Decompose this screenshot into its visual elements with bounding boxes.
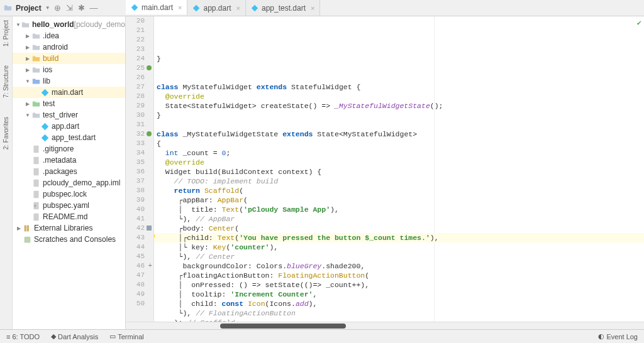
tree-arrow-icon[interactable]: ▼ — [24, 79, 31, 84]
tree-item-app-dart[interactable]: app.dart — [13, 121, 125, 132]
code-line[interactable]: // TODO: implement build — [154, 177, 644, 186]
line-number[interactable]: 42 — [126, 224, 153, 233]
tree-item-build[interactable]: ▶build — [13, 53, 125, 64]
target-icon[interactable]: ⊕ — [54, 3, 61, 13]
editor-tab-main-dart[interactable]: main.dart× — [126, 0, 187, 16]
gutter-color-swatch[interactable] — [146, 225, 152, 231]
scrollbar-thumb[interactable] — [220, 324, 346, 329]
tree-item-android[interactable]: ▶android — [13, 41, 125, 53]
close-icon[interactable]: × — [176, 4, 182, 11]
rail-structure[interactable]: 7: Structure — [3, 65, 9, 98]
code-line[interactable]: class MyStatefulWidget extends StatefulW… — [154, 82, 644, 92]
project-toolwindow-header[interactable]: Project ▼ ⊕ ⇲ ✱ — — [0, 0, 126, 16]
gutter[interactable]: 2021222324252627282930313233343536373839… — [126, 16, 154, 329]
tool-todo[interactable]: ≡ 6: TODO — [6, 333, 40, 340]
tool-event-log[interactable]: ◐ Event Log — [598, 332, 638, 340]
line-number[interactable]: 34 — [126, 148, 153, 158]
tree-item--idea[interactable]: ▶.idea — [13, 30, 125, 41]
line-number[interactable]: 21 — [126, 26, 153, 35]
editor-tab-app-dart[interactable]: app.dart× — [187, 0, 245, 16]
line-number[interactable]: 30 — [126, 111, 153, 120]
line-number[interactable]: 32 — [126, 129, 153, 139]
horizontal-scrollbar[interactable] — [126, 322, 644, 329]
code-line[interactable]: └), // Center — [154, 252, 644, 261]
code-area[interactable]: ✔ }class MyStatefulWidget extends Statef… — [154, 16, 644, 329]
tree-item-pubspec-lock[interactable]: pubspec.lock — [13, 188, 125, 200]
gutter-plus-icon[interactable]: + — [148, 261, 152, 271]
line-number[interactable]: 44 — [126, 242, 153, 252]
line-number[interactable]: 47 — [126, 271, 153, 280]
code-line[interactable] — [154, 120, 644, 129]
line-number[interactable]: 46+ — [126, 261, 153, 271]
tree-item--metadata[interactable]: .metadata — [13, 155, 125, 166]
tree-item--gitignore[interactable]: .gitignore — [13, 143, 125, 155]
line-number[interactable]: 28 — [126, 92, 153, 101]
code-line[interactable]: backgroundColor: Colors.blueGrey.shade20… — [154, 261, 644, 271]
editor[interactable]: 2021222324252627282930313233343536373839… — [126, 16, 644, 329]
tree-item-test[interactable]: ▶test — [13, 98, 125, 109]
tree-item-scratches-and-consoles[interactable]: Scratches and Consoles — [13, 234, 125, 245]
collapse-icon[interactable]: ⇲ — [66, 3, 73, 13]
close-icon[interactable]: × — [235, 4, 240, 12]
code-line[interactable]: ┌floatingActionButton: FloatingActionBut… — [154, 271, 644, 280]
line-number[interactable]: 31 — [126, 120, 153, 129]
code-line[interactable]: │ title: Text('pCloudy Sample App'), — [154, 205, 644, 214]
project-tree[interactable]: ▼hello_world [pcloudy_demo▶.idea▶android… — [13, 16, 126, 329]
code-line[interactable]: class _MyStatefulWidgetState extends Sta… — [154, 129, 644, 139]
tool-dart-analysis[interactable]: ◆ Dart Analysis — [51, 332, 98, 340]
tree-arrow-icon[interactable]: ▶ — [24, 56, 31, 62]
tree-arrow-icon[interactable]: ▶ — [24, 67, 31, 73]
code-line[interactable]: @override — [154, 158, 644, 167]
code-line[interactable]: return Scaffold( — [154, 186, 644, 195]
code-line[interactable]: ┌appBar: AppBar( — [154, 195, 644, 205]
hide-icon[interactable]: — — [90, 3, 98, 13]
tree-arrow-icon[interactable]: ▶ — [24, 33, 31, 39]
line-number[interactable]: 35 — [126, 158, 153, 167]
gear-icon[interactable]: ✱ — [78, 3, 85, 13]
tree-item-test-driver[interactable]: ▼test_driver — [13, 109, 125, 121]
code-line[interactable]: } — [154, 54, 644, 63]
code-line[interactable]: │ child: const Icon(Icons.add), — [154, 299, 644, 308]
line-number[interactable]: 27 — [126, 82, 153, 92]
line-number[interactable]: 23 — [126, 45, 153, 54]
code-line[interactable]: } — [154, 111, 644, 120]
line-number[interactable]: 25 — [126, 63, 153, 73]
code-line[interactable]: │ tooltip: 'Increment Counter', — [154, 290, 644, 299]
rail-project[interactable]: 1: Project — [3, 20, 9, 46]
code-line[interactable] — [154, 73, 644, 82]
tree-arrow-icon[interactable]: ▼ — [15, 22, 21, 28]
code-line[interactable]: │ onPressed: () => setState(()=> _count+… — [154, 280, 644, 290]
line-number[interactable]: 36 — [126, 167, 153, 177]
line-number[interactable]: 37 — [126, 177, 153, 186]
tool-terminal[interactable]: ▭ Terminal — [109, 332, 144, 340]
editor-tab-app_test-dart[interactable]: app_test.dart× — [246, 0, 321, 16]
tree-item-hello-world[interactable]: ▼hello_world [pcloudy_demo — [13, 19, 125, 30]
line-number[interactable]: 45 — [126, 252, 153, 261]
code-line[interactable]: └), // FloatingActionButton — [154, 308, 644, 318]
code-line[interactable]: { — [154, 139, 644, 148]
intention-bulb-icon[interactable]: 💡 — [154, 233, 157, 242]
close-icon[interactable]: × — [309, 4, 314, 12]
tree-item-main-dart[interactable]: main.dart — [13, 87, 125, 98]
gutter-override-icon[interactable] — [146, 131, 152, 137]
code-line[interactable]: │└ key: Key('counter'), — [154, 242, 644, 252]
line-number[interactable]: 29 — [126, 101, 153, 111]
tree-item-readme-md[interactable]: README.md — [13, 211, 125, 222]
tree-arrow-icon[interactable]: ▶ — [24, 45, 31, 50]
code-line[interactable]: State<StatefulWidget> createState() => _… — [154, 101, 644, 111]
rail-favorites[interactable]: 2: Favorites — [3, 117, 9, 150]
tree-arrow-icon[interactable]: ▶ — [24, 101, 31, 107]
tree-arrow-icon[interactable]: ▶ — [15, 226, 23, 231]
code-line[interactable]: int _count = 0; — [154, 148, 644, 158]
tree-item-pubspec-yaml[interactable]: Ypubspec.yaml — [13, 200, 125, 211]
line-number[interactable]: 50 — [126, 299, 153, 308]
line-number[interactable]: 38 — [126, 186, 153, 195]
line-number[interactable]: 39 — [126, 195, 153, 205]
tree-item-pcloudy-demo-app-iml[interactable]: pcloudy_demo_app.iml — [13, 177, 125, 188]
code-line[interactable]: @override — [154, 92, 644, 101]
line-number[interactable]: 20 — [126, 16, 153, 26]
tree-item--packages[interactable]: .packages — [13, 166, 125, 177]
line-number[interactable]: 26 — [126, 73, 153, 82]
line-number[interactable]: 33 — [126, 139, 153, 148]
code-line[interactable]: 💡 │┌child: Text('You have pressed the bu… — [154, 233, 644, 242]
